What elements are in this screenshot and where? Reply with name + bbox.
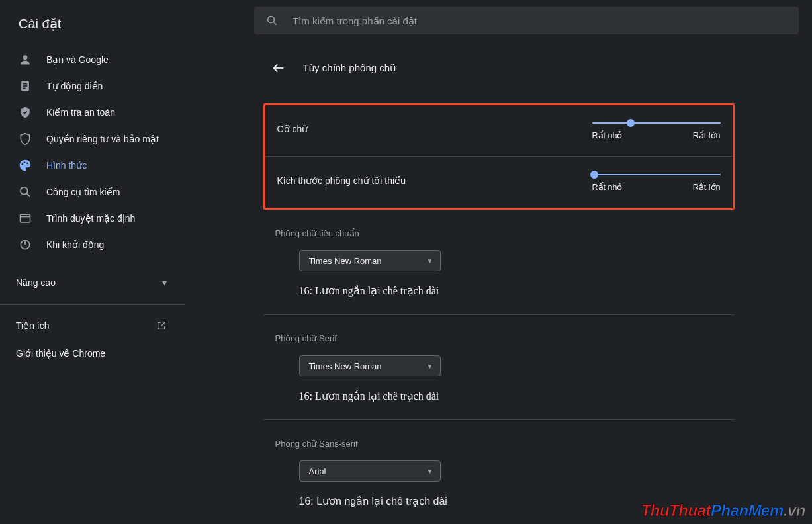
sidebar-extensions-link[interactable]: Tiện ích: [0, 312, 185, 339]
sidebar-divider: [0, 304, 185, 305]
chevron-down-icon: ▼: [427, 257, 433, 265]
standard-font-sample: 16: Lươn ngắn lại chê trạch dài: [299, 284, 735, 297]
dropdown-value: Arial: [309, 466, 326, 476]
svg-rect-4: [23, 88, 26, 89]
font-sliders-card: Cỡ chữ Rất nhỏ Rất lớn Kích thước phông …: [263, 103, 735, 210]
main-content: Tùy chỉnh phông chữ Cỡ chữ Rất nhỏ Rất l…: [185, 0, 812, 524]
svg-line-15: [273, 22, 277, 25]
sidebar-extensions-label: Tiện ích: [16, 320, 50, 331]
sidebar-item-label: Công cụ tìm kiếm: [46, 187, 120, 197]
sidebar-advanced-label: Nâng cao: [16, 277, 56, 288]
palette-icon: [19, 159, 32, 172]
sidebar-item-appearance[interactable]: Hình thức: [0, 152, 185, 179]
sidebar-item-search-engine[interactable]: Công cụ tìm kiếm: [0, 179, 185, 205]
search-icon: [266, 15, 278, 26]
page-header: Tùy chỉnh phông chữ: [263, 57, 735, 79]
serif-font-section: Phông chữ Serif Times New Roman ▼ 16: Lư…: [263, 315, 735, 420]
svg-point-7: [26, 162, 28, 164]
browser-icon: [19, 212, 32, 225]
person-icon: [19, 53, 32, 66]
sidebar-item-privacy[interactable]: Quyền riêng tư và bảo mật: [0, 126, 185, 152]
sidebar-about-link[interactable]: Giới thiệu về Chrome: [0, 339, 185, 367]
app-title: Cài đặt: [0, 12, 185, 46]
watermark: ThuThuatPhanMem.vn: [641, 502, 805, 520]
min-font-size-row: Kích thước phông chữ tối thiểu Rất nhỏ R…: [265, 157, 733, 208]
sidebar-item-label: Quyền riêng tư và bảo mật: [46, 134, 159, 144]
back-button[interactable]: [267, 57, 290, 79]
sans-font-label: Phông chữ Sans-serif: [275, 439, 735, 449]
slider-max-label: Rất lớn: [693, 182, 721, 192]
svg-rect-2: [23, 83, 28, 85]
svg-point-8: [21, 187, 28, 195]
chevron-down-icon: ▼: [427, 468, 433, 475]
svg-point-6: [24, 161, 26, 163]
svg-point-0: [23, 55, 28, 60]
serif-font-dropdown[interactable]: Times New Roman ▼: [299, 355, 441, 376]
clipboard-icon: [19, 79, 32, 93]
sidebar-item-default-browser[interactable]: Trình duyệt mặc định: [0, 205, 185, 232]
sidebar-item-label: Trình duyệt mặc định: [46, 213, 135, 224]
serif-font-label: Phông chữ Serif: [275, 333, 735, 343]
sidebar-item-you-and-google[interactable]: Bạn và Google: [0, 46, 185, 73]
settings-search-bar[interactable]: [254, 7, 799, 34]
font-size-label: Cỡ chữ: [277, 124, 308, 134]
min-font-size-label: Kích thước phông chữ tối thiểu: [277, 175, 406, 186]
sidebar-about-label: Giới thiệu về Chrome: [16, 348, 105, 359]
svg-rect-3: [23, 85, 28, 87]
chevron-down-icon: ▼: [427, 363, 433, 370]
sidebar-item-autofill[interactable]: Tự động điền: [0, 73, 185, 99]
slider-max-label: Rất lớn: [693, 130, 721, 140]
page-title: Tùy chỉnh phông chữ: [303, 62, 397, 74]
sidebar-item-label: Kiểm tra an toàn: [46, 107, 115, 118]
slider-min-label: Rất nhỏ: [592, 182, 623, 192]
sidebar-item-label: Tự động điền: [46, 81, 103, 91]
font-size-slider[interactable]: Rất nhỏ Rất lớn: [592, 117, 721, 140]
search-icon: [19, 185, 32, 198]
svg-point-5: [22, 163, 24, 165]
dropdown-value: Times New Roman: [309, 361, 382, 371]
dropdown-value: Times New Roman: [309, 256, 382, 266]
standard-font-dropdown[interactable]: Times New Roman ▼: [299, 250, 441, 271]
font-size-row: Cỡ chữ Rất nhỏ Rất lớn: [265, 105, 733, 157]
svg-line-9: [27, 194, 30, 197]
search-input[interactable]: [293, 15, 787, 26]
sidebar-item-label: Khi khởi động: [46, 240, 104, 250]
open-in-new-icon: [156, 320, 167, 331]
safety-check-icon: [19, 106, 32, 119]
sidebar-item-startup[interactable]: Khi khởi động: [0, 232, 185, 258]
serif-font-sample: 16: Lươn ngắn lại chê trạch dài: [299, 390, 735, 402]
min-font-size-slider[interactable]: Rất nhỏ Rất lớn: [592, 169, 721, 192]
sans-font-dropdown[interactable]: Arial ▼: [299, 460, 441, 482]
svg-point-14: [268, 17, 275, 23]
chevron-down-icon: ▾: [162, 277, 167, 288]
shield-icon: [19, 132, 32, 146]
sidebar: Cài đặt Bạn và Google Tự động điền Kiểm …: [0, 0, 185, 524]
power-icon: [19, 238, 32, 251]
sidebar-item-safety-check[interactable]: Kiểm tra an toàn: [0, 99, 185, 126]
standard-font-section: Phông chữ tiêu chuẩn Times New Roman ▼ 1…: [263, 210, 735, 315]
svg-rect-10: [21, 214, 30, 222]
sidebar-item-label: Hình thức: [46, 160, 87, 171]
sidebar-advanced-toggle[interactable]: Nâng cao ▾: [0, 267, 185, 298]
standard-font-label: Phông chữ tiêu chuẩn: [275, 228, 735, 238]
sidebar-item-label: Bạn và Google: [46, 54, 109, 65]
slider-min-label: Rất nhỏ: [592, 130, 623, 140]
